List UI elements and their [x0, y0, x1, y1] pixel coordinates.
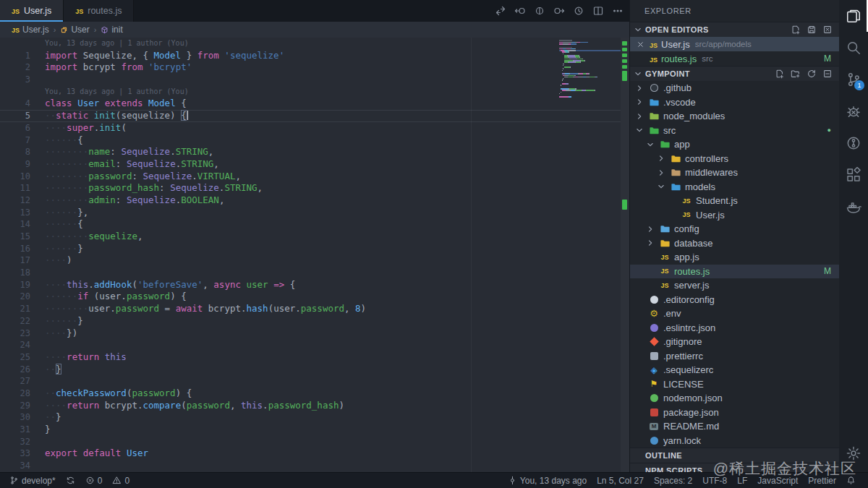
activity-gitlens-icon[interactable] — [839, 127, 868, 159]
breadcrumb-item-User.js[interactable]: JSUser.js — [12, 25, 49, 35]
tree-item-.prettierrc[interactable]: .prettierrc — [630, 349, 840, 364]
code-line[interactable]: 21········user.password = await bcrypt.h… — [0, 303, 629, 315]
breadcrumb-item-User[interactable]: User — [60, 25, 89, 35]
code-line[interactable]: 9········email: Sequelize.STRING, — [0, 158, 629, 171]
code-line[interactable]: 13······}, — [0, 207, 629, 219]
new-file-icon[interactable] — [775, 69, 785, 79]
code-line[interactable]: 25····return this — [0, 351, 629, 364]
activity-source-control-icon[interactable]: 1 — [839, 64, 868, 95]
toggle-blame-icon[interactable] — [534, 5, 545, 17]
code-line[interactable]: 19····this.addHook('beforeSave', async u… — [0, 279, 629, 291]
code-line[interactable]: 15········sequelize, — [0, 231, 629, 243]
status-formatter[interactable]: Prettier — [803, 473, 841, 488]
tree-item-package.json[interactable]: package.json — [630, 406, 840, 420]
split-editor-icon[interactable] — [592, 5, 604, 17]
code-line[interactable]: 7······{ — [0, 134, 629, 147]
code-line[interactable]: 3 — [0, 74, 629, 86]
code-line[interactable]: 1import Sequelize, { Model } from 'seque… — [0, 50, 629, 62]
minimap[interactable] — [559, 40, 621, 100]
tree-item-src[interactable]: src● — [630, 124, 840, 138]
tree-item-yarn.lock[interactable]: yarn.lock — [630, 434, 840, 448]
tree-item-controllers[interactable]: controllers — [630, 152, 840, 166]
tree-item-.env[interactable]: ⚙.env — [630, 307, 840, 321]
code-line[interactable]: 31} — [0, 424, 629, 436]
code-line[interactable]: 14······{ — [0, 218, 629, 231]
tree-item-node_modules[interactable]: node_modules — [630, 109, 840, 124]
open-editors-header[interactable]: OPEN EDITORS — [630, 22, 840, 37]
status-notifications[interactable] — [841, 473, 861, 488]
code-line[interactable]: 4class User extends Model { — [0, 98, 629, 110]
code-line[interactable]: 2import bcrypt from 'bcrypt' — [0, 61, 629, 74]
tree-item-routes.js[interactable]: JSroutes.jsM — [630, 265, 840, 279]
code-line[interactable]: 24 — [0, 339, 629, 351]
tab-User.js[interactable]: JSUser.js — [0, 0, 64, 22]
code-line[interactable]: 12········admin: Sequelize.BOOLEAN, — [0, 194, 629, 207]
code-lens[interactable]: You, 13 days ago | 1 author (You) — [0, 38, 629, 50]
code-line[interactable]: 5··static init(sequelize) { — [0, 110, 629, 122]
status-language-mode[interactable]: JavaScript — [752, 473, 803, 488]
close-icon[interactable] — [634, 40, 646, 49]
collapse-folders-icon[interactable] — [822, 69, 833, 79]
overview-ruler[interactable] — [621, 38, 629, 472]
code-line[interactable]: 11········password_hash: Sequelize.STRIN… — [0, 182, 629, 194]
more-actions-icon[interactable] — [612, 5, 624, 17]
status-encoding[interactable]: UTF-8 — [697, 473, 732, 488]
tree-item-.vscode[interactable]: .vscode — [630, 95, 840, 110]
code-line[interactable]: 34 — [0, 460, 629, 472]
next-change-icon[interactable] — [553, 5, 565, 17]
status-cursor-position[interactable]: Ln 5, Col 27 — [592, 473, 649, 488]
code-line[interactable]: 22······} — [0, 315, 629, 328]
tree-item-database[interactable]: database — [630, 236, 840, 251]
breadcrumb-item-init[interactable]: init — [101, 25, 122, 35]
tree-item-server.js[interactable]: JSserver.js — [630, 278, 840, 293]
refresh-explorer-icon[interactable] — [807, 69, 817, 79]
tree-item-.sequelizerc[interactable]: ◈.sequelizerc — [630, 363, 840, 377]
status-sync[interactable] — [61, 473, 80, 488]
open-editor-User.js[interactable]: JSUser.jssrc/app/models — [630, 37, 840, 51]
activity-explorer-icon[interactable] — [839, 0, 868, 32]
project-gympoint-header[interactable]: GYMPOINT — [630, 66, 840, 81]
code-line[interactable]: 10········password: Sequelize.VIRTUAL, — [0, 171, 629, 183]
close-all-editors-icon[interactable] — [822, 25, 833, 35]
status-indentation[interactable]: Spaces: 2 — [649, 473, 697, 488]
new-folder-icon[interactable] — [791, 69, 801, 79]
tree-item-config[interactable]: config — [630, 222, 840, 236]
activity-search-icon[interactable] — [839, 32, 868, 64]
tree-item-middlewares[interactable]: middlewares — [630, 166, 840, 180]
tree-item-.github[interactable]: .github — [630, 81, 840, 95]
code-line[interactable]: 18 — [0, 267, 629, 279]
tree-item-app[interactable]: app — [630, 137, 840, 152]
open-changes-icon[interactable] — [495, 5, 506, 17]
code-line[interactable]: 28··checkPassword(password) { — [0, 388, 629, 400]
code-line[interactable]: 26··} — [0, 364, 629, 376]
status-eol[interactable]: LF — [732, 473, 752, 488]
activity-debug-icon[interactable] — [839, 95, 868, 127]
code-line[interactable]: 6····super.init( — [0, 122, 629, 134]
status-gitlens-blame[interactable]: You, 13 days ago — [503, 473, 592, 488]
code-line[interactable]: 17····) — [0, 254, 629, 267]
tree-item-README.md[interactable]: MREADME.md — [630, 419, 840, 434]
tree-item-.editorconfig[interactable]: .editorconfig — [630, 293, 840, 307]
code-line[interactable]: 16······} — [0, 243, 629, 255]
tree-item-.gitignore[interactable]: .gitignore — [630, 335, 840, 349]
tree-item-LICENSE[interactable]: ⚑LICENSE — [630, 377, 840, 392]
save-all-icon[interactable] — [807, 25, 817, 35]
new-untitled-editor-icon[interactable] — [791, 25, 801, 35]
code-line[interactable]: 29····return bcrypt.compare(password, th… — [0, 400, 629, 412]
open-editor-routes.js[interactable]: JSroutes.jssrcM — [630, 51, 840, 66]
tree-item-.eslintrc.json[interactable]: .eslintrc.json — [630, 321, 840, 335]
outline-section-header[interactable]: OUTLINE — [630, 448, 840, 463]
code-line[interactable]: 23····}) — [0, 328, 629, 340]
code-line[interactable]: 32 — [0, 436, 629, 448]
code-editor[interactable]: You, 13 days ago | 1 author (You)1import… — [0, 38, 629, 472]
status-git-branch[interactable]: develop* — [4, 473, 61, 488]
tree-item-User.js[interactable]: JSUser.js — [630, 208, 840, 223]
activity-docker-icon[interactable] — [839, 191, 868, 223]
activity-extensions-icon[interactable] — [839, 159, 868, 191]
tree-item-nodemon.json[interactable]: nodemon.json — [630, 391, 840, 406]
code-line[interactable]: 20······if (user.password) { — [0, 291, 629, 303]
tree-item-models[interactable]: models — [630, 180, 840, 194]
status-problems-errors[interactable]: 0 — [80, 473, 108, 488]
previous-change-icon[interactable] — [514, 5, 526, 17]
code-line[interactable]: 33export default User — [0, 448, 629, 460]
